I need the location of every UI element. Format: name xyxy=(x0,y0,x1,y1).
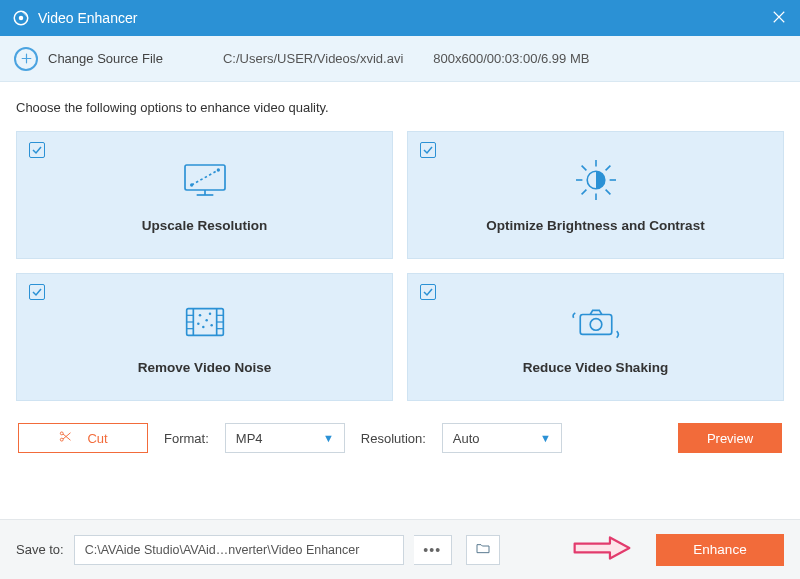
svg-point-29 xyxy=(208,312,211,315)
svg-point-28 xyxy=(202,325,205,328)
checkbox-shaking[interactable] xyxy=(420,284,436,300)
resolution-value: Auto xyxy=(453,431,480,446)
footer-bar: Save to: C:\AVAide Studio\AVAid…nverter\… xyxy=(0,519,800,579)
card-label: Reduce Video Shaking xyxy=(523,360,668,375)
svg-line-13 xyxy=(581,165,586,170)
svg-line-37 xyxy=(63,433,71,439)
app-logo-icon xyxy=(12,9,30,27)
checkbox-brightness[interactable] xyxy=(420,142,436,158)
save-path-field[interactable]: C:\AVAide Studio\AVAid…nverter\Video Enh… xyxy=(74,535,404,565)
source-bar: Change Source File C:/Users/USER/Videos/… xyxy=(0,36,800,82)
source-meta: 800x600/00:03:00/6.99 MB xyxy=(433,51,589,66)
checkbox-upscale[interactable] xyxy=(29,142,45,158)
card-label: Upscale Resolution xyxy=(142,218,267,233)
preview-button[interactable]: Preview xyxy=(678,423,782,453)
window-title: Video Enhancer xyxy=(38,10,137,26)
svg-point-1 xyxy=(19,16,24,21)
svg-line-3 xyxy=(191,170,218,185)
scissors-icon xyxy=(58,429,73,447)
ellipsis-icon: ••• xyxy=(423,542,441,558)
option-brightness-contrast[interactable]: Optimize Brightness and Contrast xyxy=(407,131,784,259)
source-path: C:/Users/USER/Videos/xvid.avi xyxy=(223,51,403,66)
svg-point-31 xyxy=(197,322,200,325)
svg-line-15 xyxy=(605,165,610,170)
resolution-label: Resolution: xyxy=(361,431,426,446)
resolution-select[interactable]: Auto ▼ xyxy=(442,423,562,453)
svg-point-4 xyxy=(190,183,193,186)
svg-point-5 xyxy=(216,168,219,171)
close-button[interactable] xyxy=(770,8,788,29)
chevron-down-icon: ▼ xyxy=(540,432,551,444)
cut-button[interactable]: Cut xyxy=(18,423,148,453)
option-remove-noise[interactable]: Remove Video Noise xyxy=(16,273,393,401)
format-value: MP4 xyxy=(236,431,263,446)
titlebar: Video Enhancer xyxy=(0,0,800,36)
svg-point-27 xyxy=(205,319,208,322)
svg-point-30 xyxy=(210,324,213,327)
card-label: Remove Video Noise xyxy=(138,360,271,375)
enhance-button[interactable]: Enhance xyxy=(656,534,784,566)
folder-icon xyxy=(475,540,491,560)
cut-label: Cut xyxy=(87,431,107,446)
save-path-value: C:\AVAide Studio\AVAid…nverter\Video Enh… xyxy=(85,543,360,557)
svg-line-36 xyxy=(63,434,71,440)
option-upscale-resolution[interactable]: Upscale Resolution xyxy=(16,131,393,259)
format-select[interactable]: MP4 ▼ xyxy=(225,423,345,453)
camera-shake-icon xyxy=(567,300,625,344)
preview-label: Preview xyxy=(707,431,753,446)
change-source-button[interactable]: Change Source File xyxy=(48,51,163,66)
open-folder-button[interactable] xyxy=(466,535,500,565)
arrow-annotation-icon xyxy=(570,533,634,567)
monitor-icon xyxy=(180,158,230,202)
save-to-label: Save to: xyxy=(16,542,64,557)
svg-point-26 xyxy=(198,314,201,317)
instruction-text: Choose the following options to enhance … xyxy=(16,100,784,115)
svg-point-33 xyxy=(590,318,602,330)
svg-line-16 xyxy=(581,189,586,194)
option-reduce-shaking[interactable]: Reduce Video Shaking xyxy=(407,273,784,401)
card-label: Optimize Brightness and Contrast xyxy=(486,218,704,233)
format-label: Format: xyxy=(164,431,209,446)
svg-rect-32 xyxy=(580,314,611,334)
add-source-icon[interactable] xyxy=(14,47,38,71)
svg-line-14 xyxy=(605,189,610,194)
sun-icon xyxy=(572,158,620,202)
browse-button[interactable]: ••• xyxy=(414,535,452,565)
chevron-down-icon: ▼ xyxy=(323,432,334,444)
checkbox-noise[interactable] xyxy=(29,284,45,300)
film-noise-icon xyxy=(180,300,230,344)
enhance-label: Enhance xyxy=(693,542,746,557)
